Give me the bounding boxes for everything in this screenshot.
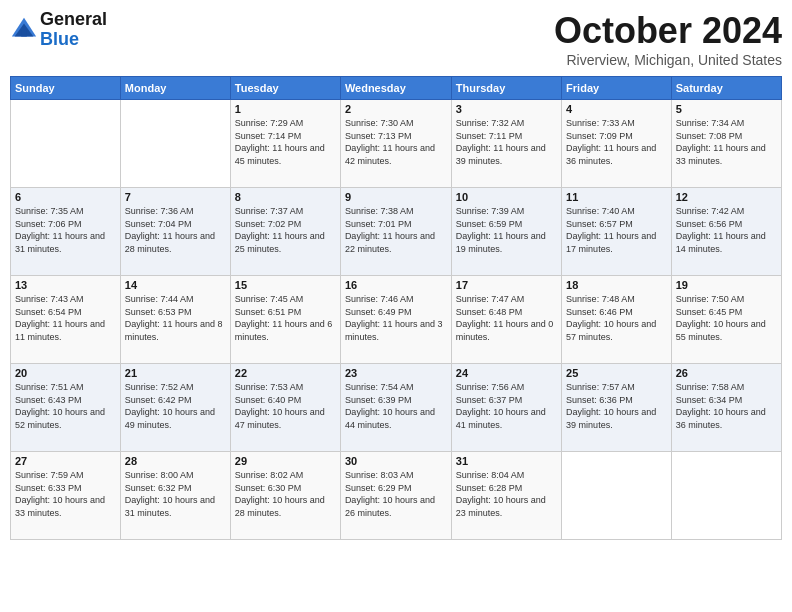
- calendar-cell: 24Sunrise: 7:56 AMSunset: 6:37 PMDayligh…: [451, 364, 561, 452]
- weekday-header-saturday: Saturday: [671, 77, 781, 100]
- day-number: 26: [676, 367, 777, 379]
- calendar-page: General Blue October 2024 Riverview, Mic…: [0, 0, 792, 612]
- calendar-cell: 3Sunrise: 7:32 AMSunset: 7:11 PMDaylight…: [451, 100, 561, 188]
- day-number: 29: [235, 455, 336, 467]
- day-number: 2: [345, 103, 447, 115]
- calendar-cell: 7Sunrise: 7:36 AMSunset: 7:04 PMDaylight…: [120, 188, 230, 276]
- day-info: Sunrise: 7:58 AMSunset: 6:34 PMDaylight:…: [676, 382, 766, 430]
- day-number: 20: [15, 367, 116, 379]
- calendar-cell: 10Sunrise: 7:39 AMSunset: 6:59 PMDayligh…: [451, 188, 561, 276]
- calendar-cell: 1Sunrise: 7:29 AMSunset: 7:14 PMDaylight…: [230, 100, 340, 188]
- day-number: 16: [345, 279, 447, 291]
- week-row-5: 27Sunrise: 7:59 AMSunset: 6:33 PMDayligh…: [11, 452, 782, 540]
- calendar-cell: 16Sunrise: 7:46 AMSunset: 6:49 PMDayligh…: [340, 276, 451, 364]
- day-info: Sunrise: 7:50 AMSunset: 6:45 PMDaylight:…: [676, 294, 766, 342]
- day-number: 17: [456, 279, 557, 291]
- calendar-cell: 17Sunrise: 7:47 AMSunset: 6:48 PMDayligh…: [451, 276, 561, 364]
- weekday-header-monday: Monday: [120, 77, 230, 100]
- logo: General Blue: [10, 10, 107, 50]
- calendar-cell: [671, 452, 781, 540]
- day-number: 30: [345, 455, 447, 467]
- calendar-cell: [11, 100, 121, 188]
- day-number: 22: [235, 367, 336, 379]
- day-number: 15: [235, 279, 336, 291]
- day-info: Sunrise: 8:02 AMSunset: 6:30 PMDaylight:…: [235, 470, 325, 518]
- day-number: 28: [125, 455, 226, 467]
- day-number: 19: [676, 279, 777, 291]
- calendar-cell: 30Sunrise: 8:03 AMSunset: 6:29 PMDayligh…: [340, 452, 451, 540]
- day-number: 9: [345, 191, 447, 203]
- week-row-3: 13Sunrise: 7:43 AMSunset: 6:54 PMDayligh…: [11, 276, 782, 364]
- day-info: Sunrise: 7:57 AMSunset: 6:36 PMDaylight:…: [566, 382, 656, 430]
- day-number: 11: [566, 191, 667, 203]
- day-info: Sunrise: 7:30 AMSunset: 7:13 PMDaylight:…: [345, 118, 435, 166]
- day-number: 24: [456, 367, 557, 379]
- day-number: 23: [345, 367, 447, 379]
- day-number: 18: [566, 279, 667, 291]
- weekday-header-sunday: Sunday: [11, 77, 121, 100]
- week-row-2: 6Sunrise: 7:35 AMSunset: 7:06 PMDaylight…: [11, 188, 782, 276]
- day-number: 4: [566, 103, 667, 115]
- day-info: Sunrise: 7:32 AMSunset: 7:11 PMDaylight:…: [456, 118, 546, 166]
- day-info: Sunrise: 8:03 AMSunset: 6:29 PMDaylight:…: [345, 470, 435, 518]
- day-number: 7: [125, 191, 226, 203]
- logo-blue: Blue: [40, 29, 79, 49]
- day-info: Sunrise: 7:54 AMSunset: 6:39 PMDaylight:…: [345, 382, 435, 430]
- day-info: Sunrise: 7:43 AMSunset: 6:54 PMDaylight:…: [15, 294, 105, 342]
- weekday-header-wednesday: Wednesday: [340, 77, 451, 100]
- calendar-cell: 15Sunrise: 7:45 AMSunset: 6:51 PMDayligh…: [230, 276, 340, 364]
- day-info: Sunrise: 7:56 AMSunset: 6:37 PMDaylight:…: [456, 382, 546, 430]
- calendar-cell: 12Sunrise: 7:42 AMSunset: 6:56 PMDayligh…: [671, 188, 781, 276]
- day-info: Sunrise: 7:37 AMSunset: 7:02 PMDaylight:…: [235, 206, 325, 254]
- day-number: 27: [15, 455, 116, 467]
- month-title: October 2024: [554, 10, 782, 52]
- calendar-cell: 28Sunrise: 8:00 AMSunset: 6:32 PMDayligh…: [120, 452, 230, 540]
- day-info: Sunrise: 7:39 AMSunset: 6:59 PMDaylight:…: [456, 206, 546, 254]
- calendar-cell: 29Sunrise: 8:02 AMSunset: 6:30 PMDayligh…: [230, 452, 340, 540]
- day-info: Sunrise: 7:52 AMSunset: 6:42 PMDaylight:…: [125, 382, 215, 430]
- calendar-cell: 31Sunrise: 8:04 AMSunset: 6:28 PMDayligh…: [451, 452, 561, 540]
- svg-rect-2: [21, 29, 27, 36]
- calendar-table: SundayMondayTuesdayWednesdayThursdayFrid…: [10, 76, 782, 540]
- day-info: Sunrise: 7:40 AMSunset: 6:57 PMDaylight:…: [566, 206, 656, 254]
- calendar-cell: 18Sunrise: 7:48 AMSunset: 6:46 PMDayligh…: [562, 276, 672, 364]
- weekday-header-thursday: Thursday: [451, 77, 561, 100]
- header: General Blue October 2024 Riverview, Mic…: [10, 10, 782, 68]
- day-number: 21: [125, 367, 226, 379]
- day-info: Sunrise: 7:38 AMSunset: 7:01 PMDaylight:…: [345, 206, 435, 254]
- calendar-cell: 23Sunrise: 7:54 AMSunset: 6:39 PMDayligh…: [340, 364, 451, 452]
- week-row-4: 20Sunrise: 7:51 AMSunset: 6:43 PMDayligh…: [11, 364, 782, 452]
- day-info: Sunrise: 7:42 AMSunset: 6:56 PMDaylight:…: [676, 206, 766, 254]
- day-number: 1: [235, 103, 336, 115]
- day-info: Sunrise: 8:00 AMSunset: 6:32 PMDaylight:…: [125, 470, 215, 518]
- day-info: Sunrise: 8:04 AMSunset: 6:28 PMDaylight:…: [456, 470, 546, 518]
- weekday-header-tuesday: Tuesday: [230, 77, 340, 100]
- weekday-header-friday: Friday: [562, 77, 672, 100]
- calendar-cell: 5Sunrise: 7:34 AMSunset: 7:08 PMDaylight…: [671, 100, 781, 188]
- calendar-cell: 21Sunrise: 7:52 AMSunset: 6:42 PMDayligh…: [120, 364, 230, 452]
- day-info: Sunrise: 7:47 AMSunset: 6:48 PMDaylight:…: [456, 294, 554, 342]
- day-info: Sunrise: 7:33 AMSunset: 7:09 PMDaylight:…: [566, 118, 656, 166]
- day-info: Sunrise: 7:51 AMSunset: 6:43 PMDaylight:…: [15, 382, 105, 430]
- weekday-header-row: SundayMondayTuesdayWednesdayThursdayFrid…: [11, 77, 782, 100]
- day-info: Sunrise: 7:59 AMSunset: 6:33 PMDaylight:…: [15, 470, 105, 518]
- calendar-cell: 11Sunrise: 7:40 AMSunset: 6:57 PMDayligh…: [562, 188, 672, 276]
- week-row-1: 1Sunrise: 7:29 AMSunset: 7:14 PMDaylight…: [11, 100, 782, 188]
- day-number: 14: [125, 279, 226, 291]
- logo-general: General: [40, 9, 107, 29]
- calendar-cell: [120, 100, 230, 188]
- day-info: Sunrise: 7:29 AMSunset: 7:14 PMDaylight:…: [235, 118, 325, 166]
- calendar-cell: 8Sunrise: 7:37 AMSunset: 7:02 PMDaylight…: [230, 188, 340, 276]
- logo-icon: [10, 16, 38, 44]
- day-info: Sunrise: 7:44 AMSunset: 6:53 PMDaylight:…: [125, 294, 223, 342]
- day-info: Sunrise: 7:48 AMSunset: 6:46 PMDaylight:…: [566, 294, 656, 342]
- calendar-cell: [562, 452, 672, 540]
- calendar-cell: 26Sunrise: 7:58 AMSunset: 6:34 PMDayligh…: [671, 364, 781, 452]
- calendar-cell: 25Sunrise: 7:57 AMSunset: 6:36 PMDayligh…: [562, 364, 672, 452]
- logo-text: General Blue: [40, 10, 107, 50]
- day-number: 8: [235, 191, 336, 203]
- day-number: 10: [456, 191, 557, 203]
- calendar-cell: 6Sunrise: 7:35 AMSunset: 7:06 PMDaylight…: [11, 188, 121, 276]
- day-info: Sunrise: 7:35 AMSunset: 7:06 PMDaylight:…: [15, 206, 105, 254]
- day-number: 25: [566, 367, 667, 379]
